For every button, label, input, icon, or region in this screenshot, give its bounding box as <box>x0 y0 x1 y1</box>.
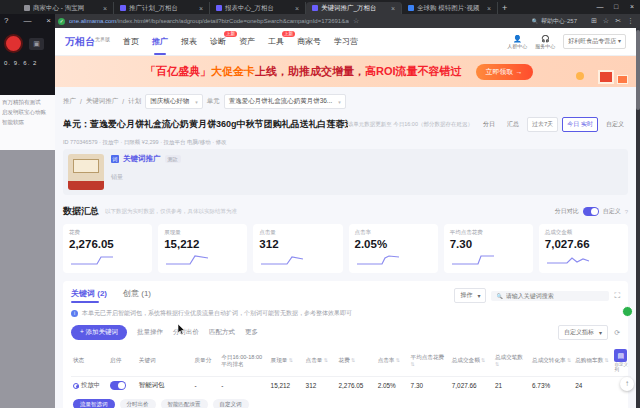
customize-columns-icon[interactable]: ▤ <box>614 349 627 362</box>
tab-close-icon[interactable]: × <box>295 5 299 12</box>
tab-close-icon[interactable]: × <box>103 5 107 12</box>
new-tab-button[interactable]: + <box>502 3 507 13</box>
sortable-column[interactable]: 平均点击花费 <box>409 346 450 376</box>
nav-item-merchant[interactable]: 商家号 <box>297 36 321 47</box>
range-summary-button[interactable]: 汇总 <box>503 118 523 131</box>
refresh-icon[interactable]: ⟳ <box>614 329 620 337</box>
apps-grid-icon[interactable]: ⊞ <box>591 17 597 25</box>
plugin-icon[interactable] <box>622 306 633 317</box>
recorder-minimize-button[interactable]: — <box>23 16 31 28</box>
browser-tab[interactable]: 全球购 模特图片·视频 × <box>402 2 498 14</box>
search-icon: 🔍 <box>496 293 502 299</box>
nav-item-tools[interactable]: 工具上新 <box>268 36 284 47</box>
chip-time-bid[interactable]: 分时出价 <box>120 399 156 408</box>
metric-card-impressions[interactable]: 展现量 15,212 <box>158 224 247 273</box>
range-7days-button[interactable]: 过去7天 <box>527 117 558 132</box>
action-select[interactable]: 操作 ▾ <box>454 288 486 303</box>
chip-smart-words[interactable]: 流量智选词 <box>73 399 115 408</box>
breadcrumb-root[interactable]: 推广 <box>63 97 76 106</box>
fullscreen-icon[interactable]: ⛶ <box>614 291 620 301</box>
sortable-column[interactable]: 总购物车数 <box>573 346 612 376</box>
nav-item-promotion[interactable]: 推广 <box>152 36 168 47</box>
promo-banner[interactable]: 「百亿盛典」 大促金卡 上线，助推成交增量， 高ROI流量不容错过 立即领取 → <box>55 56 636 87</box>
logo[interactable]: 万相台无界版 <box>65 35 110 49</box>
record-button[interactable] <box>4 34 23 53</box>
help-search-chip[interactable]: 🔍 帮助中心·257 <box>532 17 577 26</box>
banner-text: 上线，助推成交增量， <box>255 64 365 79</box>
range-custom-button[interactable]: 自定义 <box>602 118 628 131</box>
metric-cards: 花费 2,276.05 展现量 15,212 点击量 312 点击率 2.05%… <box>63 224 628 273</box>
plan-selector[interactable]: 国庆核心好物 ▾ <box>145 94 203 109</box>
daily-compare-toggle[interactable] <box>583 207 599 216</box>
sortable-column[interactable]: 点击量 <box>304 346 337 376</box>
keyword-toggle[interactable] <box>110 381 126 390</box>
metric-card-cpc[interactable]: 平均点击花费 7.30 <box>444 224 533 273</box>
metric-card-gmv[interactable]: 总成交金额 7,027.66 <box>539 224 628 273</box>
service-center-button[interactable]: 🎧 服务中心 <box>535 34 555 50</box>
tab-close-icon[interactable]: × <box>199 5 203 12</box>
browser-menu-icon[interactable]: ⋮ <box>627 17 634 25</box>
keyword-search-input[interactable] <box>506 293 605 299</box>
nav-item-report[interactable]: 报表 <box>181 36 197 47</box>
recorder-help-button[interactable]: ? <box>4 16 8 28</box>
screenshot-icon[interactable]: ✂ <box>615 17 621 25</box>
tab-keywords[interactable]: 关键词 (2) <box>71 288 107 303</box>
nav-item-home[interactable]: 首页 <box>123 36 139 47</box>
window-minimize-button[interactable]: — <box>592 0 608 14</box>
sortable-column[interactable]: 展现量 <box>269 346 304 376</box>
browser-tab[interactable]: 推广计划_万相台 × <box>114 2 210 14</box>
camera-icon[interactable]: ▣ <box>29 38 44 50</box>
match-type-button[interactable]: 匹配方式 <box>209 328 235 337</box>
custom-label[interactable]: 自定义 <box>603 207 621 216</box>
nav-item-academy[interactable]: 学习营 <box>334 36 358 47</box>
bookmark-star-icon[interactable]: ☆ <box>353 17 359 25</box>
plan-label: 计划 <box>128 97 141 106</box>
product-thumbnail[interactable] <box>68 154 104 190</box>
banner-cta-button[interactable]: 立即领取 → <box>476 64 533 80</box>
browser-tab[interactable]: 报表中心_万相台 × <box>210 2 306 14</box>
sortable-column[interactable]: 总成交笔数 <box>493 346 530 376</box>
audience-center-button[interactable]: 👤 人群中心 <box>507 34 527 50</box>
metric-card-ctr[interactable]: 点击率 2.05% <box>349 224 438 273</box>
sortable-column[interactable]: 花费 <box>337 346 376 376</box>
back-to-top-button[interactable]: ↑ <box>620 377 634 391</box>
bulk-actions-button[interactable]: 批量操作 <box>137 328 163 337</box>
chip-match-settings[interactable]: 智能匹配设置 <box>161 399 208 408</box>
chip-custom-words[interactable]: 自定义词 <box>213 399 249 408</box>
new-badge: 上新 <box>282 31 295 37</box>
browser-tab[interactable]: 商家中心 - 淘宝网 × <box>18 2 114 14</box>
tab-close-icon[interactable]: × <box>487 5 491 12</box>
unit-selector[interactable]: 萱逸爱心月饼礼盒流心奶黄月饼36... ▾ <box>224 94 346 109</box>
breadcrumb-section[interactable]: 关键词推广 <box>86 97 119 106</box>
favorites-star-icon[interactable]: ☆ <box>603 17 609 25</box>
note-line: 启发明联宝心动账 <box>2 108 53 118</box>
range-daily-button[interactable]: 分日 <box>479 118 499 131</box>
nav-item-diagnosis[interactable]: 诊断上新 <box>210 36 226 47</box>
window-maximize-button[interactable]: □ <box>608 0 624 14</box>
tab-close-icon[interactable]: × <box>391 5 395 12</box>
date-range-buttons: 分日 汇总 过去7天 今日 实时 自定义 <box>479 117 628 132</box>
headset-icon: 🎧 <box>541 34 550 43</box>
sortable-column[interactable]: 总成交转化率 <box>530 346 573 376</box>
metric-card-clicks[interactable]: 点击量 312 <box>253 224 342 273</box>
add-keyword-button[interactable]: + 添加关键词 <box>71 325 127 340</box>
nav-item-assets[interactable]: 资产 <box>239 36 255 47</box>
account-selector[interactable]: 好利旺食品专营店 ▾ <box>563 34 626 49</box>
range-today-realtime-button[interactable]: 今日 实时 <box>562 117 598 132</box>
custom-metrics-select[interactable]: 自定义指标 ▾ <box>558 325 608 340</box>
tab-creatives[interactable]: 创意 (1) <box>123 288 151 303</box>
url-text[interactable]: one.alimama.com/index.html#!/bp/search/a… <box>69 18 349 24</box>
promo-type-label[interactable]: 关键词推广 <box>123 154 161 164</box>
browser-scrollbar[interactable] <box>636 28 640 408</box>
sparkline <box>545 254 591 267</box>
time-bid-button[interactable]: 分时出价 <box>173 328 199 337</box>
keyword-search-box[interactable]: 🔍 <box>491 291 609 301</box>
table-row-smart-package[interactable]: 投放中 智能词包 - - 15,212 312 2,276.05 2.05% 7… <box>71 376 631 395</box>
browser-tab-active[interactable]: 关键词推广_万相台 × <box>306 2 402 14</box>
metric-card-cost[interactable]: 花费 2,276.05 <box>63 224 152 273</box>
recorder-close-button[interactable]: × <box>46 16 51 28</box>
sortable-column[interactable]: 总成交金额 <box>450 346 493 376</box>
window-close-button[interactable]: × <box>624 0 640 14</box>
sortable-column[interactable]: 点击率 <box>376 346 409 376</box>
more-button[interactable]: 更多 <box>245 328 258 337</box>
